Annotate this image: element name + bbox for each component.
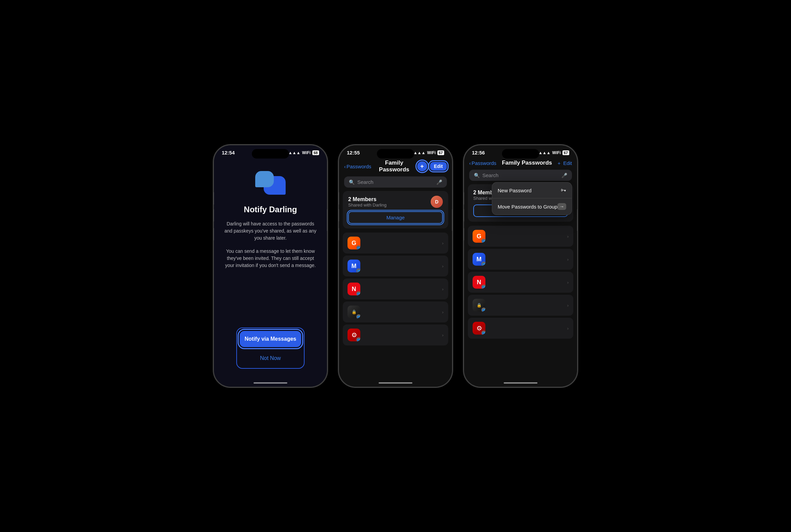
battery-icon-3: 67 [563,150,569,155]
chevron-icon: › [567,303,569,308]
button-wrapper: Notify via Messages Not Now [236,327,305,369]
list-item[interactable]: 🔒 👥 › [468,295,573,316]
group-card-2: 2 Members Shared with Darling D Manage [343,191,448,228]
new-password-item[interactable]: New Password 🗝 [492,183,571,198]
mic-icon-3: 🎤 [562,173,567,178]
time-display-2: 12:55 [347,150,360,155]
app-icon-target: ⊙ 👥 [347,328,360,341]
signal-icon: ▲▲▲ [288,150,301,155]
list-item[interactable]: M 👥 › [343,255,448,277]
home-indicator-1 [214,379,327,387]
shared-badge: 👥 [356,245,360,249]
phone-3: 12:56 ▲▲▲ WiFi 67 ‹ Passwords Family Pas… [463,144,578,388]
back-button-3[interactable]: ‹ Passwords [469,160,496,166]
app-icon-g: G 👥 [347,236,360,249]
list-item[interactable]: ⊙ 👥 › [343,324,448,345]
group-header-2: 2 Members Shared with Darling D [348,196,443,208]
status-icons-2: ▲▲▲ WiFi 67 [413,150,444,155]
search-icon-3: 🔍 [474,173,480,178]
dynamic-island-3 [502,149,539,158]
list-content-2: 2 Members Shared with Darling D Manage G… [339,191,452,379]
add-button-3[interactable]: + [558,160,561,166]
signal-icon-3: ▲▲▲ [539,150,551,155]
chevron-icon: › [442,310,444,315]
mic-icon-2: 🎤 [436,179,442,185]
list-item[interactable]: G 👥 › [343,232,448,253]
shared-badge: 👥 [356,337,360,341]
chevron-icon: › [442,264,444,269]
side-btn-vol-down [213,228,214,240]
list-item[interactable]: N 👥 › [343,279,448,300]
home-bar-3 [504,382,538,384]
chevron-icon: › [567,257,569,262]
back-chevron-3: ‹ [469,160,471,166]
back-label-3: Passwords [472,160,496,166]
edit-button-3[interactable]: Edit [563,160,572,166]
wifi-icon: WiFi [302,150,310,155]
time-display-1: 12:54 [222,150,234,155]
move-passwords-item[interactable]: Move Passwords to Group → [492,198,571,215]
search-bar-3[interactable]: 🔍 Search 🎤 [469,170,572,181]
nav-actions-2: + Edit [417,161,447,171]
shared-badge: 👥 [482,239,485,243]
side-btn-power [327,209,328,231]
home-indicator-3 [464,379,577,387]
manage-button-2[interactable]: Manage [348,211,443,224]
list-item[interactable]: M 👥 › [468,249,573,270]
shared-badge: 👥 [482,308,485,311]
app-icon-m: M 👥 [347,260,360,272]
phone-1: 12:54 ▲▲▲ WiFi 68 Notify Darling Darling… [213,144,328,388]
screen-1-content: Notify Darling Darling will have access … [214,157,327,379]
signal-icon-2: ▲▲▲ [413,150,426,155]
battery-icon-1: 68 [312,150,319,155]
add-button-2[interactable]: + [417,161,427,171]
shared-badge: 👥 [356,291,360,296]
status-icons-3: ▲▲▲ WiFi 67 [539,150,569,155]
list-item[interactable]: N 👥 › [468,272,573,293]
battery-icon-2: 67 [437,150,444,155]
home-bar-2 [379,382,412,384]
side-btn-vol-up-2 [338,209,339,222]
edit-button-2[interactable]: Edit [430,162,447,171]
list-item[interactable]: 🔒 👥 › [343,302,448,322]
nav-title-2: Family Passwords [373,159,415,173]
dropdown-menu: New Password 🗝 Move Passwords to Group → [492,182,572,215]
app-list-3: G 👥 › M 👥 › [468,226,573,340]
list-item[interactable]: ⊙ 👥 › [468,318,573,339]
status-icons-1: ▲▲▲ WiFi 68 [288,150,319,155]
group-title-2: 2 Members [348,196,387,203]
app-icon-target-3: ⊙ 👥 [473,322,485,335]
not-now-button[interactable]: Not Now [240,351,302,365]
dynamic-island-2 [377,149,414,158]
chat-bubble-front [255,171,274,187]
app-icon-g-3: G 👥 [473,230,485,243]
nav-actions-3: + Edit [558,160,572,166]
notify-title: Notify Darling [244,205,297,214]
home-indicator-2 [339,379,452,387]
shared-badge: 👥 [482,285,485,289]
side-btn-power-2 [452,209,453,231]
home-bar-1 [253,382,287,384]
key-icon: 🗝 [561,187,566,193]
list-item[interactable]: G 👥 › [468,226,573,247]
notify-via-messages-button[interactable]: Notify via Messages [240,331,302,347]
wifi-icon-3: WiFi [552,150,561,155]
app-icon-p: 🔒 👥 [347,306,360,318]
phone-2: 12:55 ▲▲▲ WiFi 67 ‹ Passwords Family Pas… [338,144,453,388]
side-btn-power-3 [577,209,578,231]
search-bar-2[interactable]: 🔍 Search 🎤 [344,176,447,188]
phones-container: 12:54 ▲▲▲ WiFi 68 Notify Darling Darling… [213,144,578,388]
shared-badge: 👥 [482,330,485,335]
wifi-icon-2: WiFi [427,150,436,155]
shared-badge: 👥 [356,314,360,318]
back-button-2[interactable]: ‹ Passwords [344,164,371,169]
side-btn-vol-up [213,209,214,222]
search-icon-2: 🔍 [349,179,355,185]
notify-description-2: You can send a message to let them know … [224,248,317,269]
app-list-2: G 👥 › M 👥 › [343,232,448,347]
move-passwords-label: Move Passwords to Group [497,204,558,210]
side-btn-vol-up-3 [463,209,464,222]
chevron-icon: › [442,332,444,338]
side-btn-silent [213,192,214,205]
side-btn-vol-down-3 [463,228,464,240]
